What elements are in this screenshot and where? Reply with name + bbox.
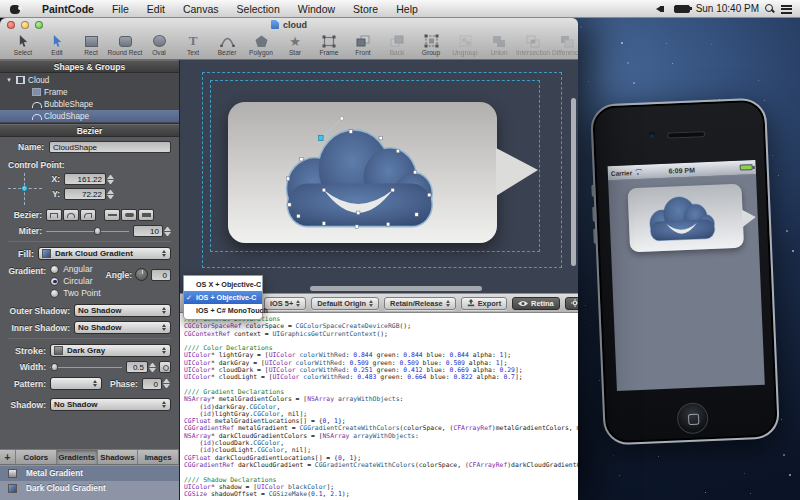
group-tool-button[interactable]: Group bbox=[414, 33, 448, 56]
x-field[interactable]: 161.22 bbox=[64, 173, 106, 185]
tab-shadows[interactable]: Shadows bbox=[98, 450, 139, 464]
canvas-toggle[interactable]: Canvas bbox=[565, 297, 578, 310]
phase-stepper[interactable] bbox=[163, 378, 170, 390]
radio-two-point[interactable] bbox=[50, 289, 59, 298]
text-tool-button[interactable]: TText bbox=[176, 33, 210, 56]
corner-type-segments[interactable] bbox=[46, 209, 96, 221]
outer-shadow-dropdown[interactable]: No Shadow bbox=[74, 304, 171, 317]
tab-colors[interactable]: Colors bbox=[16, 450, 57, 464]
bezier-tool-button[interactable]: Bezier bbox=[210, 33, 244, 56]
cloud-shape[interactable] bbox=[276, 112, 442, 234]
width-stepper[interactable] bbox=[149, 361, 156, 373]
list-item-label: Metal Gradient bbox=[26, 469, 83, 478]
width-field[interactable]: 0.5 bbox=[126, 361, 148, 373]
disclosure-triangle[interactable]: ▼ bbox=[6, 77, 13, 83]
cap-butt-button[interactable] bbox=[104, 209, 120, 221]
bezier-handle-dot[interactable] bbox=[340, 117, 344, 121]
tab-images[interactable]: Images bbox=[138, 450, 179, 464]
menu-item-ios-c-monotouch[interactable]: iOS + C# MonoTouch bbox=[184, 304, 262, 317]
fill-dropdown[interactable]: Dark Cloud Gradient bbox=[38, 247, 171, 260]
memory-dropdown[interactable]: Retain/Release bbox=[384, 297, 456, 310]
edit-tool-button[interactable]: Edit bbox=[40, 33, 74, 56]
pattern-dropdown[interactable] bbox=[50, 377, 102, 390]
retina-toggle[interactable]: Retina bbox=[512, 297, 560, 310]
tree-row-frame[interactable]: Frame bbox=[0, 86, 179, 98]
stroke-dropdown[interactable]: Dark Gray bbox=[50, 344, 171, 357]
shadow-dropdown[interactable]: No Shadow bbox=[50, 398, 171, 411]
tab-gradients[interactable]: Gradients bbox=[57, 450, 98, 464]
tree-label: CloudShape bbox=[44, 112, 89, 121]
list-item-dark-cloud-gradient[interactable]: Dark Cloud Gradient bbox=[0, 481, 179, 496]
horizontal-scrollbar[interactable] bbox=[310, 286, 482, 291]
oval-icon bbox=[153, 33, 166, 49]
x-stepper[interactable] bbox=[107, 173, 114, 185]
y-field[interactable]: 72.22 bbox=[64, 188, 106, 200]
stroke-label: Stroke: bbox=[8, 346, 46, 356]
menu-item-ios-objective-c[interactable]: ✓iOS + Objective-C bbox=[184, 291, 262, 304]
frame-tool-button[interactable]: Frame bbox=[312, 33, 346, 56]
menu-item-paintcode[interactable]: PaintCode bbox=[33, 3, 103, 15]
oval-tool-button[interactable]: Oval bbox=[142, 33, 176, 56]
tree-row-cloudshape[interactable]: CloudShape bbox=[0, 110, 179, 122]
origin-dropdown[interactable]: Default Origin bbox=[311, 297, 379, 310]
star bbox=[758, 80, 759, 81]
name-field[interactable]: CloudShape bbox=[49, 141, 171, 153]
cap-round-button[interactable] bbox=[121, 209, 137, 221]
phase-field[interactable]: 0 bbox=[142, 378, 162, 390]
selected-control-point[interactable] bbox=[319, 136, 323, 141]
miter-slider[interactable] bbox=[46, 225, 129, 237]
outer-shadow-label: Outer Shadow: bbox=[8, 306, 70, 316]
stroke-options-button[interactable] bbox=[159, 361, 171, 373]
ios5-dropdown[interactable]: iOS 5+ bbox=[264, 297, 306, 310]
tree-row-cloud[interactable]: ▼Cloud bbox=[0, 74, 179, 86]
control-point-crosshair[interactable] bbox=[8, 173, 42, 205]
polygon-tool-button[interactable]: Polygon bbox=[244, 33, 278, 56]
menu-item-canvas[interactable]: Canvas bbox=[174, 3, 228, 15]
angle-knob[interactable] bbox=[135, 268, 148, 281]
inner-shadow-dropdown[interactable]: No Shadow bbox=[74, 321, 171, 334]
shadow-label: Shadow: bbox=[8, 400, 46, 410]
title-bar[interactable]: cloud bbox=[0, 18, 578, 32]
generated-code-view[interactable]: //// General DeclarationsCGColorSpaceRef… bbox=[180, 314, 578, 500]
menu-item-selection[interactable]: Selection bbox=[228, 3, 289, 15]
corner-sharp-button[interactable] bbox=[46, 209, 62, 221]
cap-square-button[interactable] bbox=[138, 209, 154, 221]
list-item-label: Dark Cloud Gradient bbox=[26, 484, 106, 493]
menu-item-window[interactable]: Window bbox=[289, 3, 344, 15]
rect-tool-button[interactable]: Rect bbox=[74, 33, 108, 56]
width-slider[interactable] bbox=[50, 361, 122, 373]
menu-clock[interactable]: Sun 10:40 PM bbox=[696, 3, 759, 14]
bubble-tail bbox=[741, 209, 756, 228]
select-tool-button[interactable]: Select bbox=[6, 33, 40, 56]
spotlight-icon[interactable] bbox=[765, 4, 775, 14]
menu-item-edit[interactable]: Edit bbox=[138, 3, 174, 15]
miter-stepper[interactable] bbox=[164, 225, 171, 237]
battery-icon[interactable] bbox=[674, 5, 690, 13]
front-tool-button[interactable]: Front bbox=[346, 33, 380, 56]
radio-angular[interactable] bbox=[50, 265, 59, 274]
tree-label: BubbleShape bbox=[44, 100, 93, 109]
apple-menu-icon[interactable] bbox=[10, 3, 21, 14]
miter-field[interactable]: 10 bbox=[133, 225, 163, 237]
vertical-scrollbar[interactable] bbox=[571, 98, 576, 266]
corner-mixed-button[interactable] bbox=[80, 209, 96, 221]
menu-item-file[interactable]: File bbox=[103, 3, 138, 15]
tree-row-bubbleshape[interactable]: BubbleShape bbox=[0, 98, 179, 110]
notification-center-icon[interactable] bbox=[781, 5, 792, 14]
y-stepper[interactable] bbox=[107, 188, 114, 200]
volume-icon[interactable] bbox=[656, 4, 668, 14]
export-button[interactable]: Export bbox=[461, 297, 507, 310]
angle-field[interactable]: 0 bbox=[151, 269, 171, 281]
cap-type-segments[interactable] bbox=[104, 209, 154, 221]
menu-item-os-x-objective-c[interactable]: OS X + Objective-C bbox=[184, 278, 262, 291]
drawing-canvas[interactable] bbox=[180, 60, 578, 293]
star-tool-button[interactable]: ★Star bbox=[278, 33, 312, 56]
add-item-button[interactable]: + bbox=[0, 450, 16, 464]
star bbox=[633, 82, 635, 84]
list-item-metal-gradient[interactable]: Metal Gradient bbox=[0, 466, 179, 481]
round-rect-tool-button[interactable]: Round Rect bbox=[108, 33, 142, 56]
menu-item-help[interactable]: Help bbox=[387, 3, 427, 15]
menu-item-store[interactable]: Store bbox=[344, 3, 387, 15]
corner-round-button[interactable] bbox=[63, 209, 79, 221]
radio-circular[interactable] bbox=[50, 277, 59, 286]
